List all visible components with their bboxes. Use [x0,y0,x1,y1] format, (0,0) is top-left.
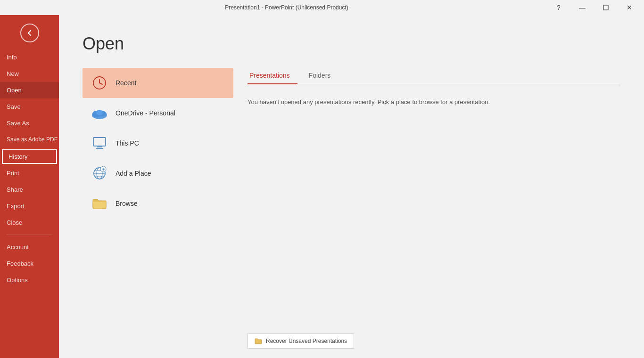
sidebar-item-account[interactable]: Account [0,239,59,255]
tab-presentations[interactable]: Presentations [248,68,297,84]
sidebar-item-info[interactable]: Info [0,49,59,65]
folder-icon [91,195,108,212]
location-section: Recent OneDrive - Personal [83,68,233,349]
content-area: Recent OneDrive - Personal [83,68,620,349]
recover-unsaved-button[interactable]: Recover Unsaved Presentations [248,334,354,349]
svg-rect-8 [93,138,106,146]
tab-folders[interactable]: Folders [307,68,339,84]
page-title: Open [83,34,620,54]
svg-rect-0 [603,5,608,10]
cloud-icon [91,105,108,122]
back-circle-icon [20,24,39,42]
sidebar-item-share[interactable]: Share [0,181,59,198]
help-button[interactable]: ? [548,0,570,15]
location-recent[interactable]: Recent [83,68,233,98]
title-bar: Presentation1 - PowerPoint (Unlicensed P… [0,0,644,15]
sidebar-item-export[interactable]: Export [0,198,59,214]
close-window-button[interactable]: ✕ [619,0,640,15]
sidebar-item-history[interactable]: History [2,149,57,164]
right-panel: Presentations Folders You haven't opened… [233,68,620,349]
svg-point-7 [96,110,103,115]
recover-folder-icon [255,338,262,344]
restore-button[interactable] [595,0,617,15]
sidebar-item-close[interactable]: Close [0,214,59,231]
recover-section: Recover Unsaved Presentations [248,324,620,349]
title-bar-title: Presentation1 - PowerPoint (Unlicensed P… [25,4,548,11]
tabs-row: Presentations Folders [248,68,620,84]
location-browse-label: Browse [116,200,138,207]
sidebar-item-feedback[interactable]: Feedback [0,255,59,272]
sidebar-item-save[interactable]: Save [0,98,59,115]
title-bar-controls: ? — ✕ [548,0,640,15]
sidebar: Info New Open Save Save As Save as Adobe… [0,15,59,358]
sidebar-item-open[interactable]: Open [0,82,59,98]
sidebar-item-print[interactable]: Print [0,165,59,181]
sidebar-item-save-as[interactable]: Save As [0,115,59,131]
location-add-place[interactable]: Add a Place [83,158,233,188]
svg-line-3 [99,83,102,84]
location-browse[interactable]: Browse [83,188,233,219]
app-body: Info New Open Save Save As Save as Adobe… [0,15,644,358]
main-content: Open Recent [59,15,644,358]
minimize-button[interactable]: — [571,0,593,15]
location-this-pc-label: This PC [116,139,139,147]
location-this-pc[interactable]: This PC [83,128,233,158]
sidebar-bottom: Account Feedback Options [0,239,59,293]
sidebar-item-save-adobe[interactable]: Save as Adobe PDF [0,131,59,148]
sidebar-divider [7,235,52,235]
sidebar-item-new[interactable]: New [0,65,59,82]
back-button[interactable] [16,19,44,47]
location-recent-label: Recent [116,79,136,87]
sidebar-nav: Info New Open Save Save As Save as Adobe… [0,49,59,358]
location-onedrive[interactable]: OneDrive - Personal [83,98,233,128]
clock-icon [91,74,108,91]
location-add-place-label: Add a Place [116,170,151,177]
computer-icon [91,135,108,152]
sidebar-item-options[interactable]: Options [0,272,59,288]
globe-icon [91,165,108,182]
empty-message: You haven't opened any presentations rec… [248,98,620,106]
location-onedrive-label: OneDrive - Personal [116,109,175,117]
